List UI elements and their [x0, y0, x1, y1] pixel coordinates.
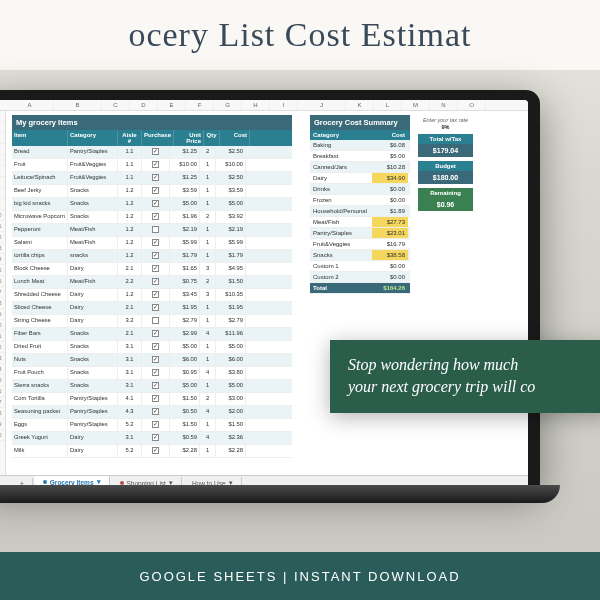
table-row[interactable]: Microwave PopcornSnacks1.2$1.962$3.92 [12, 211, 292, 224]
table-row[interactable]: Fiber BarsSnacks2.1$2.994$11.96 [12, 328, 292, 341]
table-row[interactable]: Dried FruitSnacks3.1$5.001$5.00 [12, 341, 292, 354]
hdr-unit: Unit Price [174, 130, 204, 146]
summary-row: Snacks$38.58 [310, 250, 410, 261]
table-row[interactable]: FruitFruit&Veggies1.1$10.001$10.00 [12, 159, 292, 172]
table-row[interactable]: Block CheeseDairy2.1$1.653$4.95 [12, 263, 292, 276]
table-row[interactable]: Lunch MeatMeat/Fish2.2$0.752$1.50 [12, 276, 292, 289]
column-headers: ABCDEFGHIJKLMNO [0, 100, 528, 111]
summary-row: Fruit&Veggies$16.79 [310, 239, 410, 250]
budget-label: Budget [418, 161, 473, 171]
budget-value[interactable]: $180.00 [418, 171, 473, 184]
table-row[interactable]: Greek YogurtDairy3.1$0.594$2.36 [12, 432, 292, 445]
summary-row: Breakfast$5.00 [310, 151, 410, 162]
list-header-row: Item Category Aisle # Purchase Unit Pric… [12, 130, 292, 146]
total-label: Total [310, 283, 372, 293]
table-row[interactable]: Corn TortillaPantry/Staples4.1$1.502$3.0… [12, 393, 292, 406]
table-row[interactable]: big kid snacksSnacks1.2$5.001$5.00 [12, 198, 292, 211]
remaining-value: $0.96 [418, 198, 473, 211]
table-row[interactable]: Sliced CheeseDairy2.1$1.951$1.95 [12, 302, 292, 315]
summary-row: Drinks$0.00 [310, 184, 410, 195]
table-row[interactable]: Sierra snacksSnacks3.1$5.001$5.00 [12, 380, 292, 393]
summary-row: Frozen$0.00 [310, 195, 410, 206]
tax-value[interactable]: 9% [418, 124, 473, 130]
table-row[interactable]: Lettuce/SpinachFruit&Veggies1.1$1.251$2.… [12, 172, 292, 185]
summary-row: Custom 2$0.00 [310, 272, 410, 283]
summary-title: Grocery Cost Summary [310, 115, 410, 130]
summary-header-row: Category Cost [310, 130, 410, 140]
footer-text: GOOGLE SHEETS | INSTANT DOWNLOAD [139, 569, 460, 584]
hdr-category: Category [68, 130, 118, 146]
total-tax-label: Total w/Tax [418, 134, 473, 144]
hdr-qty: Qty [204, 130, 220, 146]
table-row[interactable]: NutsSnacks3.1$6.001$6.00 [12, 354, 292, 367]
cost-summary-table: Grocery Cost Summary Category Cost Bakin… [310, 115, 410, 294]
laptop-base [0, 485, 560, 503]
table-row[interactable]: tortilla chipssnacks1.2$1.791$1.79 [12, 250, 292, 263]
summary-row: Household/Personal$1.89 [310, 206, 410, 217]
table-row[interactable]: Shredded CheeseDairy1.2$3.453$10.35 [12, 289, 292, 302]
hdr-cost: Cost [220, 130, 250, 146]
hdr-item: Item [12, 130, 68, 146]
summary-row: Dairy$34.90 [310, 173, 410, 184]
table-row[interactable]: Beef JerkySnacks1.2$3.591$3.59 [12, 185, 292, 198]
sum-hdr-cost: Cost [372, 130, 408, 140]
spreadsheet-screen: ABCDEFGHIJKLMNO 123456789101112131415161… [0, 100, 528, 490]
summary-total-row: Total $164.26 [310, 283, 410, 294]
callout-line-1: Stop wondering how much [348, 354, 592, 376]
total-value: $164.26 [372, 283, 408, 293]
product-title-banner: ocery List Cost Estimat [0, 0, 600, 70]
table-row[interactable]: BreadPantry/Staples1.1$1.252$2.50 [12, 146, 292, 159]
table-row[interactable]: Seasoning packetPantry/Staples4.3$0.504$… [12, 406, 292, 419]
sum-hdr-cat: Category [310, 130, 372, 140]
table-row[interactable]: SalamiMeat/Fish1.2$5.991$5.99 [12, 237, 292, 250]
hdr-aisle: Aisle # [118, 130, 142, 146]
summary-row: Pantry/Staples$23.01 [310, 228, 410, 239]
marketing-callout: Stop wondering how much your next grocer… [330, 340, 600, 413]
hdr-purchase: Purchase [142, 130, 174, 146]
table-row[interactable]: MilkDairy5.2$2.281$2.28 [12, 445, 292, 458]
remaining-label: Remaining [418, 188, 473, 198]
summary-row: Custom 1$0.00 [310, 261, 410, 272]
grocery-list-table: My grocery Items Item Category Aisle # P… [12, 115, 292, 471]
table-row[interactable]: PepperoniMeat/Fish1.2$2.191$2.19 [12, 224, 292, 237]
stats-panel: Enter your tax rate 9% Total w/Tax $179.… [418, 115, 473, 294]
total-tax-value: $179.04 [418, 144, 473, 157]
summary-row: Meat/Fish$27.73 [310, 217, 410, 228]
tax-label: Enter your tax rate [418, 117, 473, 123]
table-row[interactable]: String CheeseDairy3.2$2.791$2.79 [12, 315, 292, 328]
summary-row: Baking$6.08 [310, 140, 410, 151]
table-row[interactable]: EggsPantry/Staples5.2$1.501$1.50 [12, 419, 292, 432]
laptop-frame: ABCDEFGHIJKLMNO 123456789101112131415161… [0, 90, 540, 490]
table-row[interactable]: Fruit PouchSnacks3.1$0.954$3.80 [12, 367, 292, 380]
callout-line-2: your next grocery trip will co [348, 376, 592, 398]
list-title: My grocery Items [12, 115, 292, 130]
footer-bar: GOOGLE SHEETS | INSTANT DOWNLOAD [0, 552, 600, 600]
banner-title: ocery List Cost Estimat [128, 16, 471, 54]
summary-row: Canned/Jars$10.28 [310, 162, 410, 173]
